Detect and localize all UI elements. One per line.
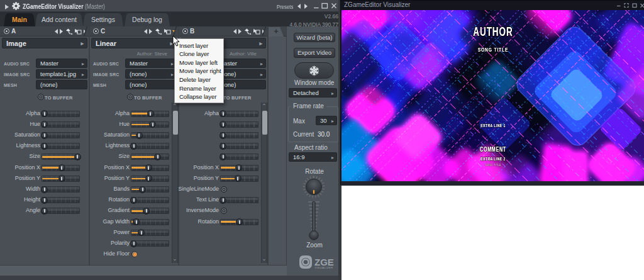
- svg-text:VISUALIZER: VISUALIZER: [315, 266, 333, 269]
- svg-text:SONG TITLE: SONG TITLE: [485, 163, 501, 167]
- svg-text:EXTRA LINE 1: EXTRA LINE 1: [480, 123, 506, 128]
- svg-text:COMMENT: COMMENT: [480, 145, 506, 153]
- svg-text:EXTRA LINE 2: EXTRA LINE 2: [480, 156, 506, 161]
- svg-text:SONG TITLE: SONG TITLE: [478, 46, 509, 53]
- svg-text:AUTHOR: AUTHOR: [473, 25, 513, 38]
